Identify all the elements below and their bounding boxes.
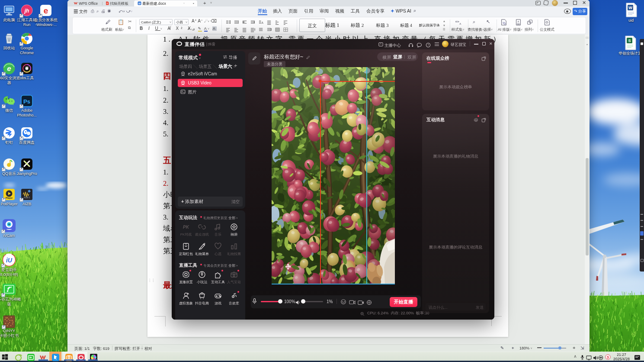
svg-text:A: A: [518, 20, 519, 23]
svg-text:Ps: Ps: [23, 98, 30, 105]
svg-text:e: e: [44, 6, 48, 15]
svg-text:AIZB-3: AIZB-3: [24, 197, 30, 199]
svg-text:S: S: [607, 355, 609, 359]
svg-text:OBS: OBS: [25, 66, 29, 68]
svg-text:jh: jh: [24, 8, 29, 14]
svg-text:iU: iU: [6, 257, 13, 264]
svg-text:e: e: [7, 65, 11, 73]
svg-text:?: ?: [427, 43, 429, 46]
svg-text:S: S: [628, 39, 631, 43]
svg-text:Player: Player: [6, 197, 13, 199]
svg-text:W: W: [628, 6, 632, 10]
svg-text:A: A: [261, 21, 263, 24]
svg-text:PK: PK: [183, 225, 189, 229]
svg-text:W: W: [138, 2, 141, 5]
